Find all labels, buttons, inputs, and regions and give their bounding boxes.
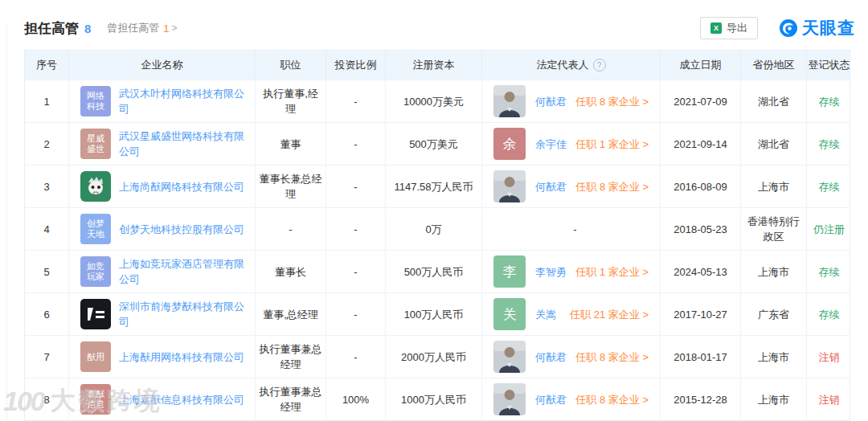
company-name-link[interactable]: 武汉木叶村网络科技有限公司 — [119, 86, 252, 116]
legal-rep-cell: 李李智勇任职 1 家企业 > — [482, 251, 661, 292]
ratio-text: - — [354, 307, 357, 322]
capital-cell: 0万 — [386, 208, 482, 250]
row-index: 1 — [43, 94, 49, 109]
index-cell: 5 — [25, 251, 69, 292]
excel-icon: X — [710, 22, 722, 34]
legal-rep-avatar: 李 — [493, 255, 526, 288]
company-name-link[interactable]: 上海嘉猷信息科技有限公司 — [119, 392, 244, 407]
capital-cell: 100万人民币 — [386, 293, 482, 335]
company-name-link[interactable]: 上海尚猷网络科技有限公司 — [119, 179, 244, 194]
chevron-right-icon: > — [172, 22, 178, 34]
legal-rep-label: 法定代表人 — [537, 58, 589, 72]
ratio-cell: - — [326, 293, 386, 335]
capital-cell: 500万美元 — [386, 123, 482, 165]
table-body: 1网络科技武汉木叶村网络科技有限公司执行董事,经理-10000万美元何猷君任职 … — [25, 80, 850, 420]
date-cell: 2017-10-27 — [661, 293, 741, 335]
region-text: 香港特别行政区 — [744, 214, 803, 244]
avatar-char: 李 — [503, 264, 517, 280]
person-photo-icon — [493, 341, 526, 373]
company-logo: 创梦天地 — [80, 214, 111, 244]
position-cell: 执行董事,经理 — [256, 80, 326, 122]
capital-text: 2000万人民币 — [401, 349, 466, 365]
table-header-row: 序号 企业名称 职位 投资比例 注册资本 法定代表人 ? 成立日期 省份地区 登… — [25, 51, 850, 80]
capital-text: 500万人民币 — [404, 264, 464, 280]
status-badge: 存续 — [819, 179, 840, 194]
rep-companies-link[interactable]: 任职 8 家企业 > — [575, 349, 649, 365]
former-label: 曾担任高管 — [107, 21, 159, 35]
position-text: 执行董事兼总经理 — [259, 341, 322, 372]
company-name-link[interactable]: 上海如竞玩家酒店管理有限公司 — [119, 256, 252, 287]
company-name-link[interactable]: 上海猷用网络科技有限公司 — [119, 349, 244, 365]
capital-text: 10000万美元 — [403, 94, 464, 109]
legal-rep-cell: 关关嵩任职 21 家企业 > — [482, 293, 661, 335]
company-cell: 深圳市前海梦猷科技有限公司 — [69, 293, 256, 335]
row-index: 7 — [43, 349, 49, 365]
ratio-cell: - — [326, 336, 386, 378]
region-text: 上海市 — [758, 264, 789, 280]
col-header-ratio: 投资比例 — [326, 51, 386, 80]
brand-logo: 天眼查 — [779, 17, 855, 39]
company-name-link[interactable]: 深圳市前海梦猷科技有限公司 — [119, 299, 252, 329]
company-name-link[interactable]: 武汉星威盛世网络科技有限公司 — [119, 129, 252, 159]
date-cell: 2024-05-13 — [661, 251, 741, 292]
company-cell: 嘉猷信息上海嘉猷信息科技有限公司 — [69, 378, 256, 420]
legal-rep-name-link[interactable]: 何猷君 — [535, 392, 567, 407]
export-button[interactable]: X 导出 — [700, 17, 758, 39]
position-cell: 董事,总经理 — [256, 293, 326, 335]
table-row: 7猷用上海猷用网络科技有限公司执行董事兼总经理-2000万人民币何猷君任职 8 … — [25, 335, 850, 378]
col-header-date: 成立日期 — [661, 51, 741, 80]
section-title: 担任高管 — [24, 19, 79, 38]
ratio-cell: - — [326, 208, 386, 250]
status-badge: 注销 — [819, 349, 840, 365]
former-executives-link[interactable]: 曾担任高管 1 > — [107, 21, 177, 35]
section-header: 担任高管 8 曾担任高管 1 > X 导出 天眼查 — [24, 14, 855, 42]
legal-rep-name-link[interactable]: 关嵩 — [535, 307, 556, 322]
legal-rep-name-link[interactable]: 何猷君 — [535, 179, 567, 194]
legal-rep-avatar: 关 — [493, 298, 526, 330]
region-text: 湖北省 — [758, 137, 789, 152]
region-text: 上海市 — [758, 392, 789, 407]
rep-companies-link[interactable]: 任职 8 家企业 > — [575, 179, 649, 194]
dark-logo-icon — [80, 299, 111, 329]
export-label: 导出 — [727, 21, 747, 35]
company-logo-text: 创梦天地 — [85, 219, 106, 239]
col-header-index: 序号 — [25, 51, 69, 80]
position-cell: 董事长 — [256, 251, 326, 292]
region-cell: 上海市 — [741, 378, 807, 420]
ratio-text: - — [354, 137, 357, 152]
legal-rep-name-link[interactable]: 何猷君 — [535, 349, 567, 365]
rep-companies-link[interactable]: 任职 1 家企业 > — [575, 137, 649, 152]
company-name-link[interactable]: 创梦天地科技控股有限公司 — [119, 222, 244, 237]
index-cell: 2 — [25, 123, 69, 165]
avatar-char: 关 — [503, 307, 517, 322]
legal-rep-name-link[interactable]: 何猷君 — [535, 94, 567, 109]
region-cell: 香港特别行政区 — [741, 208, 807, 250]
rep-companies-link[interactable]: 任职 21 家企业 > — [570, 307, 649, 322]
ratio-cell: - — [326, 123, 386, 165]
status-cell: 存续 — [807, 123, 851, 165]
date-cell: 2016-08-09 — [661, 166, 741, 207]
region-cell: 湖北省 — [741, 123, 807, 165]
position-text: 执行董事,经理 — [259, 86, 322, 116]
rep-companies-link[interactable]: 任职 8 家企业 > — [575, 94, 649, 109]
legal-rep-name-link[interactable]: 李智勇 — [535, 264, 567, 280]
rep-companies-link[interactable]: 任职 8 家企业 > — [575, 392, 649, 407]
company-logo: 星威盛世 — [80, 129, 111, 159]
rep-companies-link[interactable]: 任职 1 家企业 > — [575, 264, 649, 280]
position-cell: 董事 — [256, 123, 326, 165]
ratio-cell: - — [326, 251, 386, 292]
row-index: 4 — [43, 222, 49, 237]
person-photo-icon — [493, 170, 526, 202]
col-header-position: 职位 — [256, 51, 326, 80]
ratio-cell: - — [326, 80, 386, 122]
ratio-text: - — [354, 222, 357, 237]
index-cell: 4 — [25, 208, 69, 250]
legal-rep-name-link[interactable]: 余宇佳 — [535, 137, 567, 152]
capital-cell: 1147.58万人民币 — [386, 166, 482, 207]
index-cell: 1 — [25, 80, 69, 122]
position-text: 执行董事兼总经理 — [259, 384, 322, 415]
status-badge: 仍注册 — [813, 222, 845, 237]
table-row: 1网络科技武汉木叶村网络科技有限公司执行董事,经理-10000万美元何猷君任职 … — [25, 80, 850, 122]
help-icon[interactable]: ? — [593, 59, 606, 72]
person-photo-icon — [493, 85, 526, 117]
